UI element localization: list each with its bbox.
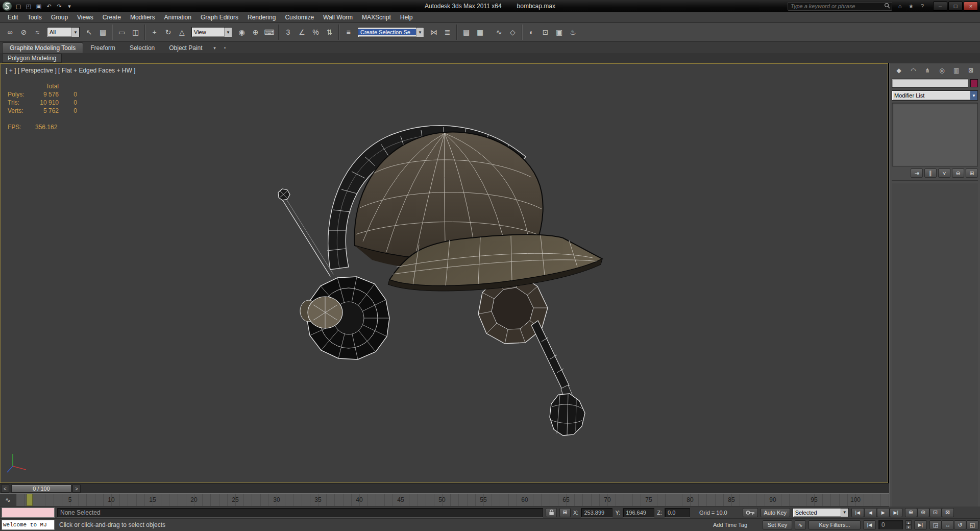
menu-item[interactable]: Help [396, 12, 418, 22]
ribbon-options-icon[interactable]: ▾ [211, 44, 219, 52]
set-key-mode-button[interactable] [743, 508, 758, 517]
perspective-viewport[interactable]: [ + ] [ Perspective ] [ Flat + Edged Fac… [0, 63, 888, 483]
unlink-selection-icon[interactable]: ⊘ [17, 26, 31, 39]
ribbon-minimize-icon[interactable]: • [221, 44, 229, 52]
bind-to-space-warp-icon[interactable]: ≈ [31, 26, 44, 39]
previous-key-button[interactable]: |◀ [863, 520, 876, 529]
track-bar[interactable]: < 0 / 100 > [0, 483, 889, 493]
keyboard-override-icon[interactable]: ⌨ [262, 26, 276, 39]
search-input[interactable] [790, 3, 884, 10]
mini-curve-editor-button[interactable]: ∿ [0, 494, 16, 506]
menu-item[interactable]: Edit [3, 12, 23, 22]
spinner-up-icon[interactable]: ▲ [905, 520, 912, 525]
menu-item[interactable]: MAXScript [357, 12, 396, 22]
animate-selected-dropdown[interactable]: Selected ▼ [793, 508, 849, 517]
chevron-down-icon[interactable]: ▼ [416, 28, 424, 37]
angle-snap-icon[interactable]: ∠ [295, 26, 309, 39]
modifier-list-dropdown[interactable]: Modifier List ▼ [892, 90, 978, 101]
z-coordinate-field[interactable]: 0.0 [665, 508, 690, 517]
remove-modifier-button[interactable]: ⊖ [952, 168, 964, 178]
window-crossing-icon[interactable]: ◫ [129, 26, 142, 39]
motion-tab-icon[interactable]: ◎ [936, 65, 948, 76]
favorites-icon[interactable]: ★ [906, 2, 916, 11]
menu-item[interactable]: Tools [23, 12, 46, 22]
modify-tab-icon[interactable]: ◠ [907, 65, 919, 76]
time-slider[interactable]: 0 / 100 [11, 485, 71, 493]
close-button[interactable]: × [964, 2, 978, 11]
menu-item[interactable]: Graph Editors [196, 12, 243, 22]
chevron-down-icon[interactable]: ▼ [970, 91, 977, 100]
key-filters-button[interactable]: Key Filters... [808, 520, 861, 529]
select-object-icon[interactable]: ↖ [82, 26, 96, 39]
layer-manager-icon[interactable]: ▤ [459, 26, 473, 39]
tab-object-paint[interactable]: Object Paint [162, 43, 209, 53]
graphite-ribbon-toggle-icon[interactable]: ▦ [473, 26, 487, 39]
model-wireframe[interactable] [256, 113, 633, 450]
save-file-icon[interactable]: ▣ [34, 2, 43, 11]
orbit-icon[interactable]: ↺ [954, 520, 966, 529]
search-icon[interactable] [884, 2, 890, 11]
current-frame-field[interactable]: 0 [878, 520, 903, 529]
select-and-link-icon[interactable]: ∞ [3, 26, 17, 39]
display-tab-icon[interactable]: ▥ [950, 65, 963, 76]
utilities-tab-icon[interactable]: ⊠ [965, 65, 977, 76]
time-slider-prev-button[interactable]: < [1, 485, 9, 493]
time-slider-next-button[interactable]: > [72, 485, 81, 493]
current-frame-marker[interactable] [27, 494, 33, 506]
set-key-button[interactable]: Set Key [763, 520, 792, 529]
menu-item[interactable]: Customize [280, 12, 318, 22]
toolbar-separator[interactable] [522, 25, 523, 40]
chevron-down-icon[interactable]: ▼ [841, 509, 848, 517]
configure-modifier-sets-button[interactable]: ⊞ [966, 168, 978, 178]
percent-snap-icon[interactable]: % [309, 26, 323, 39]
make-unique-button[interactable]: ⋎ [938, 168, 950, 178]
communication-center-icon[interactable]: ⌂ [895, 2, 905, 11]
selection-lock-toggle[interactable] [546, 508, 557, 517]
toolbar-separator[interactable] [456, 25, 457, 40]
create-tab-icon[interactable]: ◆ [893, 65, 905, 76]
viewport-label[interactable]: [ + ] [ Perspective ] [ Flat + Edged Fac… [6, 67, 135, 74]
next-key-button[interactable]: ▶| [914, 520, 927, 529]
tab-freeform[interactable]: Freeform [83, 43, 122, 53]
spinner-down-icon[interactable]: ▼ [905, 525, 912, 529]
maxscript-mini-listener[interactable]: Welcome to MJ [2, 520, 55, 530]
toolbar-separator[interactable] [112, 25, 113, 40]
panel-polygon-modeling[interactable]: Polygon Modeling [2, 54, 62, 63]
select-and-move-icon[interactable]: + [148, 26, 161, 39]
zoom-extents-icon[interactable]: ⊡ [929, 508, 942, 517]
zoom-icon[interactable]: ⊕ [905, 508, 917, 517]
toolbar-separator[interactable] [278, 25, 279, 40]
menu-item[interactable]: Group [46, 12, 72, 22]
object-color-swatch[interactable] [970, 79, 978, 87]
menu-item[interactable]: Animation [160, 12, 196, 22]
menu-item[interactable]: Create [98, 12, 126, 22]
pan-icon[interactable]: ↔ [942, 520, 954, 529]
toolbar-separator[interactable] [144, 25, 145, 40]
key-tangents-icon[interactable]: ∿ [795, 520, 806, 529]
workspace-dropdown-icon[interactable]: ▾ [65, 2, 74, 11]
frame-spinner[interactable]: ▲ ▼ [905, 520, 912, 529]
add-time-tag[interactable]: Add Time Tag [713, 522, 747, 528]
maximize-viewport-icon[interactable]: ◱ [966, 520, 978, 529]
modifier-stack[interactable] [892, 103, 978, 166]
go-to-end-button[interactable]: ▶| [890, 508, 902, 517]
infocenter-search[interactable] [788, 2, 892, 11]
pin-stack-button[interactable]: ⇥ [911, 168, 923, 178]
zoom-extents-all-icon[interactable]: ⊠ [942, 508, 954, 517]
curve-editor-icon[interactable]: ∿ [492, 26, 506, 39]
tab-graphite-modeling-tools[interactable]: Graphite Modeling Tools [2, 42, 83, 53]
select-and-rotate-icon[interactable]: ↻ [161, 26, 175, 39]
chevron-down-icon[interactable]: ▼ [71, 28, 79, 37]
use-pivot-center-icon[interactable]: ◉ [235, 26, 249, 39]
toolbar-separator[interactable] [338, 25, 339, 40]
select-and-scale-icon[interactable]: △ [175, 26, 189, 39]
tab-selection[interactable]: Selection [122, 43, 162, 53]
hierarchy-tab-icon[interactable]: ⋔ [921, 65, 934, 76]
new-scene-icon[interactable]: ▢ [14, 2, 23, 11]
select-by-name-icon[interactable]: ▤ [96, 26, 110, 39]
undo-icon[interactable]: ↶ [44, 2, 54, 11]
absolute-offset-toggle[interactable]: ⊞ [559, 508, 571, 517]
redo-icon[interactable]: ↷ [55, 2, 64, 11]
material-editor-icon[interactable]: ◐ [525, 26, 538, 39]
reference-coordinate-dropdown[interactable]: View ▼ [191, 27, 232, 37]
